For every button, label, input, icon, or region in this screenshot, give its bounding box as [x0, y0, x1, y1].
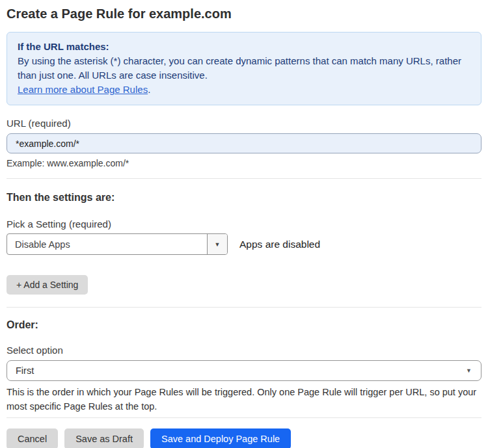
divider [7, 178, 481, 179]
order-select-label: Select option [7, 345, 481, 356]
link-suffix: . [148, 84, 150, 95]
order-dropdown[interactable]: First ▼ [7, 360, 481, 381]
url-field-label: URL (required) [7, 118, 481, 129]
save-as-draft-button[interactable]: Save as Draft [64, 428, 144, 448]
create-page-rule-form: Create a Page Rule for example.com If th… [0, 6, 488, 448]
cancel-button[interactable]: Cancel [7, 428, 58, 448]
divider [7, 307, 481, 308]
url-match-info-box: If the URL matches: By using the asteris… [7, 32, 481, 105]
pick-setting-label: Pick a Setting (required) [7, 218, 481, 230]
setting-status-text: Apps are disabled [239, 239, 320, 250]
chevron-down-icon: ▼ [466, 367, 472, 374]
order-hint-text: This is the order in which your Page Rul… [7, 385, 481, 414]
save-and-deploy-button[interactable]: Save and Deploy Page Rule [150, 428, 291, 448]
settings-section-heading: Then the settings are: [7, 191, 481, 204]
info-box-link-line: Learn more about Page Rules. [18, 83, 470, 97]
divider [7, 417, 481, 418]
setting-dropdown-button[interactable]: ▼ [207, 234, 227, 254]
chevron-down-icon: ▼ [215, 241, 221, 248]
url-field-hint: Example: www.example.com/* [7, 158, 481, 168]
setting-dropdown[interactable]: Disable Apps ▼ [7, 233, 228, 255]
page-title: Create a Page Rule for example.com [7, 6, 481, 21]
setting-row: Disable Apps ▼ Apps are disabled [7, 233, 481, 255]
url-input[interactable] [7, 133, 481, 153]
info-box-body: By using the asterisk (*) character, you… [18, 54, 470, 83]
order-dropdown-value: First [16, 365, 34, 376]
add-setting-button[interactable]: + Add a Setting [7, 275, 88, 295]
learn-more-link[interactable]: Learn more about Page Rules [18, 84, 148, 95]
order-section-heading: Order: [7, 319, 481, 332]
setting-dropdown-value: Disable Apps [7, 234, 207, 254]
info-box-heading: If the URL matches: [18, 40, 470, 54]
action-bar: Cancel Save as Draft Save and Deploy Pag… [7, 428, 481, 448]
